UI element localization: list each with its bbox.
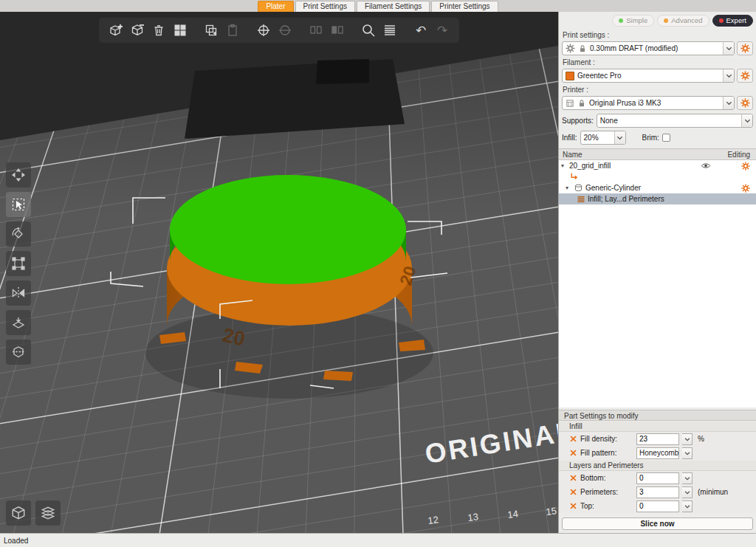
perimeters-input[interactable]: [636, 486, 679, 498]
remove-setting-icon[interactable]: [569, 488, 577, 496]
printer-gear-button[interactable]: [737, 96, 753, 110]
scale-tool-button[interactable]: [6, 251, 31, 276]
part-settings-panel: Part Settings to modify Infill Fill dens…: [559, 410, 756, 513]
gear-icon: [566, 44, 575, 53]
chevron-down-icon[interactable]: [682, 433, 693, 445]
view-mode-buttons: [6, 500, 61, 526]
chevron-down-icon: [741, 114, 752, 127]
expander-icon[interactable]: ▾: [566, 185, 571, 191]
flatten-tool-button[interactable]: [6, 310, 31, 335]
bed-ruler-14: 14: [507, 508, 519, 520]
edit-settings-icon[interactable]: [741, 184, 750, 193]
edit-settings-icon[interactable]: [741, 162, 750, 171]
tree-row-volume[interactable]: ▾ Generic-Cylinder: [559, 182, 756, 193]
perimeters-row: Perimeters: (minimun: [559, 485, 756, 499]
bed-ruler-15: 15: [546, 505, 557, 517]
print-settings-gear-button[interactable]: [737, 41, 753, 55]
mode-simple-label: Simple: [626, 16, 647, 24]
remove-instance-button: [275, 21, 295, 40]
remove-setting-icon[interactable]: [569, 435, 577, 443]
layer-height-button[interactable]: [380, 21, 399, 40]
paste-button: [223, 21, 242, 40]
top-input[interactable]: [636, 500, 679, 512]
search-button[interactable]: [359, 21, 378, 40]
copy-button[interactable]: [202, 21, 221, 40]
mode-simple-button[interactable]: Simple: [612, 15, 654, 27]
eye-icon[interactable]: [701, 161, 711, 171]
bottom-input[interactable]: [636, 472, 679, 484]
part-settings-title: Part Settings to modify: [559, 410, 756, 421]
view-3d-button[interactable]: [6, 500, 31, 526]
editing-column-header: Editing: [727, 151, 750, 159]
rotate-tool-button[interactable]: [6, 221, 31, 247]
bed-ruler-12: 12: [427, 514, 439, 526]
chevron-down-icon[interactable]: [682, 472, 693, 484]
perimeters-label: Perimeters:: [580, 488, 633, 496]
brim-checkbox[interactable]: [662, 134, 670, 142]
split-objects-button: [306, 21, 326, 40]
expert-dot-icon: [719, 18, 724, 23]
filament-value: Greentec Pro: [577, 72, 621, 80]
expander-icon[interactable]: ▾: [561, 162, 567, 169]
printer-icon: [566, 99, 574, 108]
viewport-canvas[interactable]: ORIGINAL 12 13 14 15 20: [0, 12, 558, 533]
add-instance-button[interactable]: [254, 21, 273, 40]
remove-setting-icon[interactable]: [569, 474, 577, 482]
move-tool-button[interactable]: [6, 162, 31, 188]
select-tool-button[interactable]: [6, 192, 31, 217]
undo-button[interactable]: ↶: [411, 21, 430, 40]
tab-print-settings[interactable]: Print Settings: [295, 1, 355, 12]
infill-combo[interactable]: 20%: [580, 131, 626, 145]
mirror-tool-button[interactable]: [6, 281, 31, 306]
tree-row-modifier-selected[interactable]: Infill; Lay...d Perimeters: [559, 193, 756, 204]
tree-row-object[interactable]: ▾ 20_grid_infill: [559, 160, 756, 171]
fill-pattern-select[interactable]: Honeycomb: [636, 447, 679, 459]
fill-density-row: Fill density: %: [559, 432, 756, 446]
remove-setting-icon[interactable]: [569, 449, 577, 457]
chevron-down-icon: [723, 42, 734, 55]
remove-setting-icon[interactable]: [569, 502, 577, 510]
tab-printer-settings[interactable]: Printer Settings: [431, 1, 498, 12]
object-tree: Name Editing ▾ 20_grid_infill ▾: [559, 148, 756, 407]
bottom-label: Bottom:: [580, 474, 633, 482]
tab-filament-settings[interactable]: Filament Settings: [357, 1, 430, 12]
fill-pattern-row: Fill pattern: Honeycomb: [559, 446, 756, 460]
printer-frame-tab: [316, 59, 369, 84]
mode-advanced-button[interactable]: Advanced: [657, 15, 709, 27]
chevron-down-icon[interactable]: [682, 447, 693, 459]
filament-gear-button[interactable]: [737, 69, 753, 83]
print-settings-combo[interactable]: 0.30mm DRAFT (modified): [562, 41, 735, 55]
delete-object-button[interactable]: [128, 21, 147, 40]
filament-combo[interactable]: Greentec Pro: [562, 69, 735, 83]
infill-value: 20%: [584, 134, 599, 142]
layers-icon: [577, 195, 585, 204]
delete-all-button[interactable]: [149, 21, 168, 40]
tab-plater[interactable]: Plater: [258, 1, 293, 12]
fill-density-label: Fill density:: [580, 435, 633, 443]
tree-row-label: Generic-Cylinder: [585, 184, 641, 192]
supports-combo[interactable]: None: [597, 114, 753, 128]
tree-row-object-settings[interactable]: [559, 171, 756, 182]
chevron-down-icon[interactable]: [682, 486, 693, 498]
top-row: Top:: [559, 499, 756, 513]
printer-combo[interactable]: Original Prusa i3 MK3: [562, 96, 735, 110]
arrange-button[interactable]: [171, 21, 190, 40]
fill-pattern-value: Honeycomb: [639, 449, 678, 457]
tree-row-label: 20_grid_infill: [569, 162, 611, 170]
fill-density-input[interactable]: [636, 433, 679, 445]
infill-label: Infill:: [562, 134, 577, 142]
plater-toolbar: ↶ ↷: [99, 18, 459, 43]
mode-expert-button[interactable]: Expert: [712, 15, 753, 27]
model-cap-green-top[interactable]: [170, 175, 406, 284]
infill-group-header: Infill: [559, 422, 756, 432]
cut-tool-button[interactable]: [6, 340, 31, 365]
chevron-down-icon: [723, 97, 734, 109]
supports-value: None: [600, 117, 618, 125]
view-preview-button[interactable]: [35, 500, 61, 526]
name-column-header: Name: [563, 151, 583, 159]
slice-now-button[interactable]: Slice now: [562, 517, 753, 530]
add-object-button[interactable]: [106, 21, 126, 40]
redo-button: ↷: [433, 21, 452, 40]
chevron-down-icon[interactable]: [682, 500, 693, 512]
print-settings-value: 0.30mm DRAFT (modified): [590, 44, 678, 52]
